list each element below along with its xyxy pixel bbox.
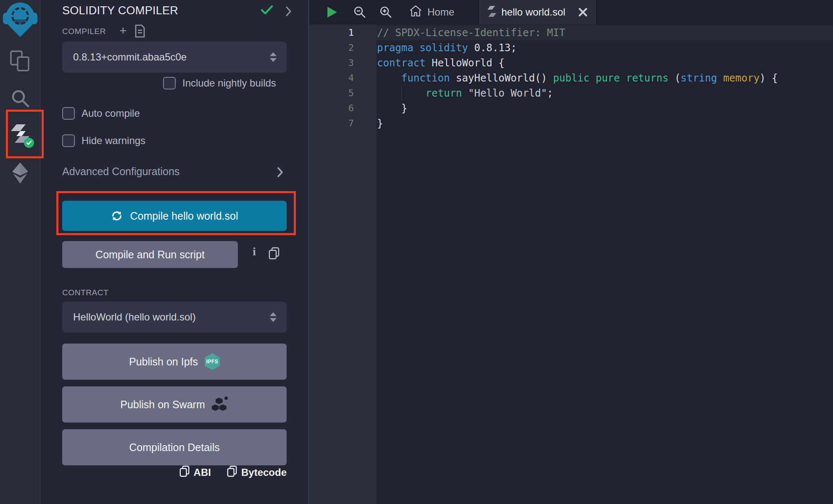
run-script-play-button[interactable] — [326, 0, 338, 24]
line-number: 7 — [309, 116, 354, 131]
tab-close-icon[interactable] — [578, 8, 588, 17]
contract-section-label: CONTRACT — [62, 288, 108, 297]
files-icon — [10, 50, 31, 74]
publish-ipfs-button[interactable]: Publish on Ipfs IPFS — [62, 344, 287, 380]
compilation-details-button[interactable]: Compilation Details — [62, 429, 287, 465]
hide-warnings-label: Hide warnings — [82, 135, 145, 147]
bytecode-label: Bytecode — [241, 467, 287, 478]
ipfs-icon: IPFS — [205, 353, 220, 370]
code-text: } — [377, 116, 383, 131]
select-arrows-icon — [270, 312, 277, 322]
remix-logo-icon — [3, 1, 37, 37]
publish-swarm-label: Publish on Swarm — [120, 399, 205, 411]
copy-script-icon[interactable] — [269, 247, 279, 261]
hide-warnings-checkbox[interactable] — [62, 134, 75, 147]
panel-collapse-chevron-icon[interactable] — [286, 6, 292, 18]
copy-abi-button[interactable]: ABI — [179, 465, 211, 480]
search-icon — [10, 88, 31, 110]
sidebar-item-search[interactable] — [0, 87, 40, 112]
compiler-doc-icon[interactable] — [134, 24, 145, 39]
code-line: 3contract HelloWorld { — [309, 55, 833, 71]
code-line: 5 return "Hello World"; — [309, 86, 833, 101]
contract-select-value: HelloWorld (hello world.sol) — [73, 311, 196, 323]
panel-title: SOLIDITY COMPILER — [62, 4, 178, 17]
copy-bytecode-button[interactable]: Bytecode — [227, 465, 287, 480]
line-number: 5 — [309, 86, 354, 101]
publish-ipfs-label: Publish on Ipfs — [129, 356, 198, 368]
advanced-expand-chevron-icon — [277, 167, 283, 179]
ethereum-icon — [11, 162, 30, 186]
auto-compile-checkbox[interactable] — [62, 107, 75, 120]
compiler-version-value: 0.8.13+commit.abaa5c0e — [73, 51, 187, 63]
compile-success-check-icon — [261, 5, 273, 17]
sidebar-item-deploy-run[interactable] — [0, 161, 40, 186]
copy-artifacts-row: ABI Bytecode — [62, 465, 287, 480]
line-number: 3 — [309, 55, 354, 71]
compilation-details-label: Compilation Details — [129, 441, 219, 454]
tab-home-label: Home — [427, 6, 454, 18]
code-text: return "Hello World"; — [377, 86, 553, 101]
line-number: 6 — [309, 101, 354, 116]
line-number: 1 — [309, 25, 354, 40]
code-text: } — [377, 101, 407, 116]
auto-compile-label: Auto compile — [82, 108, 140, 119]
line-number: 4 — [309, 71, 354, 86]
zoom-in-button[interactable] — [379, 0, 393, 24]
tab-home[interactable]: Home — [404, 0, 459, 24]
include-nightly-builds-checkbox-row[interactable]: Include nightly builds — [163, 77, 276, 89]
add-compiler-icon[interactable]: + — [119, 24, 127, 37]
advanced-configurations-toggle[interactable]: Advanced Configurations — [62, 165, 287, 178]
info-icon[interactable]: i — [250, 245, 258, 258]
icon-sidebar — [0, 0, 40, 504]
compile-and-run-button[interactable]: Compile and Run script — [62, 241, 238, 268]
compile-and-run-label: Compile and Run script — [95, 249, 205, 260]
compiler-version-select[interactable]: 0.8.13+commit.abaa5c0e — [62, 42, 287, 73]
nightly-builds-checkbox[interactable] — [163, 77, 176, 89]
code-line: 6 } — [309, 101, 833, 116]
editor-tabbar: Home hello world.sol — [309, 0, 833, 24]
code-text: pragma solidity 0.8.13; — [377, 40, 517, 55]
code-line: 7} — [309, 116, 833, 131]
advanced-configurations-label: Advanced Configurations — [62, 165, 179, 177]
annotation-box-compile-button — [56, 191, 296, 235]
nightly-builds-label: Include nightly builds — [182, 77, 276, 89]
copy-icon — [227, 465, 237, 480]
swarm-icon — [212, 396, 229, 412]
code-lines: 1// SPDX-License-Identifier: MIT2pragma … — [309, 25, 833, 131]
code-text: contract HelloWorld { — [377, 55, 504, 71]
tab-file-label: hello world.sol — [501, 6, 565, 18]
abi-label: ABI — [194, 467, 211, 478]
select-arrows-icon — [270, 52, 277, 62]
code-editor[interactable]: 1// SPDX-License-Identifier: MIT2pragma … — [309, 24, 833, 504]
contract-select[interactable]: HelloWorld (hello world.sol) — [62, 302, 287, 333]
compiler-section-label: COMPILER — [62, 27, 106, 36]
hide-warnings-checkbox-row[interactable]: Hide warnings — [62, 134, 145, 147]
code-text: // SPDX-License-Identifier: MIT — [377, 25, 565, 40]
code-line: 1// SPDX-License-Identifier: MIT — [309, 25, 833, 40]
publish-swarm-button[interactable]: Publish on Swarm — [62, 386, 287, 423]
remix-ide-window: SOLIDITY COMPILER COMPILER + 0.8.13+comm… — [0, 0, 833, 504]
copy-icon — [179, 465, 190, 480]
auto-compile-checkbox-row[interactable]: Auto compile — [62, 107, 140, 120]
annotation-box-compiler-icon — [6, 110, 44, 158]
tab-hello-world-sol[interactable]: hello world.sol — [480, 0, 596, 24]
line-number: 2 — [309, 40, 354, 55]
editor-area: Home hello world.sol — [309, 0, 833, 504]
solidity-compiler-panel: SOLIDITY COMPILER COMPILER + 0.8.13+comm… — [40, 0, 309, 504]
code-line: 2pragma solidity 0.8.13; — [309, 40, 833, 55]
code-text: function sayHelloWorld() public pure ret… — [377, 71, 778, 86]
home-icon — [409, 5, 422, 19]
zoom-out-button[interactable] — [353, 0, 366, 24]
code-line: 4 function sayHelloWorld() public pure r… — [309, 71, 833, 86]
solidity-file-icon — [488, 5, 496, 19]
sidebar-item-file-explorer[interactable] — [0, 50, 40, 75]
